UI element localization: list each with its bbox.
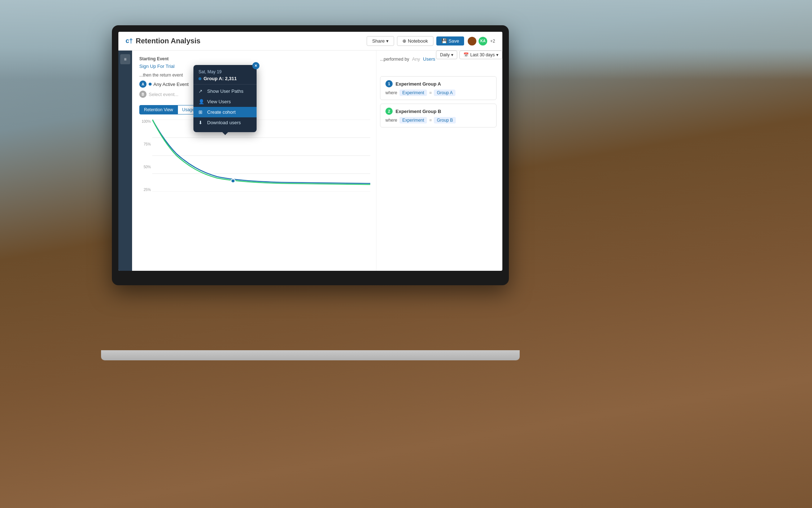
create-cohort-icon: ⊞	[198, 109, 204, 115]
interval-label: Daily	[440, 52, 450, 57]
date-range-label: Last 30 days	[470, 52, 495, 57]
tooltip-group-value: Group A: 2,311	[198, 76, 252, 81]
tooltip-popup: × Sat, May 19 Group A: 2,311 ↗ Show User…	[193, 65, 257, 132]
share-label: Share	[372, 38, 385, 44]
group-1-number: 1	[385, 80, 393, 87]
group-1-filter-value[interactable]: Group A	[434, 90, 455, 96]
avatar-count: +2	[490, 39, 495, 44]
save-label: Save	[449, 38, 459, 44]
y-label-75: 75%	[144, 142, 151, 146]
sidebar-icon[interactable]: ≡	[120, 54, 130, 64]
event-b-placeholder[interactable]: Select event...	[149, 92, 178, 97]
badge-b: B	[139, 91, 147, 98]
starting-event-label: Starting Event	[139, 56, 370, 61]
group-card-1: 1 Experiment Group A where Experiment = …	[380, 76, 497, 100]
avatar-2: KA	[478, 36, 488, 46]
y-label-25: 25%	[144, 188, 151, 192]
group-2-filter-value[interactable]: Group B	[434, 117, 456, 123]
close-icon: ×	[254, 63, 257, 68]
notebook-button[interactable]: ⊕ Notebook	[397, 36, 433, 46]
group-2-equals: =	[429, 118, 432, 123]
y-label-50: 50%	[144, 165, 151, 169]
share-button[interactable]: Share ▾	[367, 36, 394, 46]
group-1-name: Experiment Group A	[396, 81, 441, 87]
calendar-icon: 📅	[463, 52, 469, 57]
view-users-icon: 👤	[198, 99, 204, 104]
group-2-where-row: where Experiment = Group B	[385, 117, 491, 123]
group-1-header: 1 Experiment Group A	[385, 80, 491, 87]
tooltip-menu-create-cohort[interactable]: ⊞ Create cohort	[193, 107, 257, 117]
badge-a: A	[139, 81, 147, 88]
y-label-100: 100%	[141, 120, 151, 123]
date-range-controls: Daily ▾ 📅 Last 30 days ▾	[436, 51, 502, 59]
interval-button[interactable]: Daily ▾	[436, 51, 457, 59]
laptop-bezel: c† Retention Analysis Share ▾ ⊕ Notebook…	[112, 25, 509, 285]
tooltip-arrow	[222, 132, 228, 135]
performed-by-label: ...performed by	[380, 57, 409, 62]
chart-svg	[152, 120, 370, 192]
laptop: c† Retention Analysis Share ▾ ⊕ Notebook…	[112, 25, 617, 350]
app-logo: c†	[126, 37, 133, 45]
event-dot-icon	[149, 83, 152, 86]
y-axis: 100% 75% 50% 25%	[139, 120, 152, 192]
main-area: ≡ Starting Event Sign Up For Trial ...th…	[118, 51, 502, 271]
tooltip-menu-show-paths[interactable]: ↗ Show User Paths	[193, 86, 257, 96]
svg-point-5	[231, 179, 235, 183]
avatar-2-initials: KA	[480, 39, 485, 43]
group-1-equals: =	[429, 90, 432, 95]
group-2-filter-key[interactable]: Experiment	[400, 117, 427, 123]
show-user-paths-label: Show User Paths	[207, 88, 243, 94]
group-2-name: Experiment Group B	[396, 109, 441, 114]
event-a-label: Any Active Event	[153, 82, 189, 87]
save-icon: 💾	[441, 38, 447, 44]
tooltip-close-button[interactable]: ×	[252, 62, 259, 69]
share-chevron-icon: ▾	[386, 38, 389, 44]
sidebar-menu-icon: ≡	[124, 57, 126, 62]
laptop-base	[101, 350, 520, 360]
avatar-1	[467, 36, 477, 46]
right-content: ...performed by Any Users Daily ▾ 📅 Last…	[376, 51, 502, 271]
tooltip-menu-download[interactable]: ⬇ Download users	[193, 117, 257, 128]
page-title: Retention Analysis	[136, 37, 367, 45]
notebook-label: Notebook	[408, 38, 428, 44]
tooltip-menu-view-users[interactable]: 👤 View Users	[193, 96, 257, 107]
performed-option-any[interactable]: Any	[412, 56, 420, 62]
create-cohort-label: Create cohort	[207, 109, 236, 115]
tooltip-dot-icon	[198, 77, 201, 80]
tooltip-header: Sat, May 19 Group A: 2,311	[193, 69, 257, 84]
group-2-number: 2	[385, 108, 393, 115]
group-2-where-label: where	[385, 118, 397, 123]
group-2-header: 2 Experiment Group B	[385, 108, 491, 115]
tooltip-value: Group A: 2,311	[204, 76, 237, 81]
download-icon: ⬇	[198, 120, 204, 125]
save-button[interactable]: 💾 Save	[436, 36, 464, 45]
retention-view-button[interactable]: Retention View	[139, 105, 178, 114]
group-1-where-row: where Experiment = Group A	[385, 90, 491, 96]
performed-option-users[interactable]: Users	[423, 56, 435, 62]
laptop-screen: c† Retention Analysis Share ▾ ⊕ Notebook…	[118, 32, 502, 271]
interval-chevron-icon: ▾	[451, 52, 453, 57]
chart-inner	[152, 120, 370, 192]
retention-view-label: Retention View	[144, 107, 173, 112]
date-range-button[interactable]: 📅 Last 30 days ▾	[459, 51, 502, 59]
avatar-group: KA +2	[467, 36, 495, 46]
sidebar: ≡	[118, 51, 132, 271]
view-users-label: View Users	[207, 99, 231, 104]
tooltip-date: Sat, May 19	[198, 69, 252, 74]
left-content: Starting Event Sign Up For Trial ...then…	[132, 51, 376, 271]
user-paths-icon: ↗	[198, 88, 204, 94]
app-header: c† Retention Analysis Share ▾ ⊕ Notebook…	[118, 32, 502, 51]
group-1-where-label: where	[385, 90, 397, 95]
group-1-filter-key[interactable]: Experiment	[400, 90, 427, 96]
download-users-label: Download users	[207, 120, 241, 125]
group-card-2: 2 Experiment Group B where Experiment = …	[380, 104, 497, 127]
event-option-a[interactable]: Any Active Event	[149, 82, 189, 87]
date-range-chevron-icon: ▾	[496, 52, 498, 57]
header-actions: Share ▾ ⊕ Notebook 💾 Save KA	[367, 36, 495, 46]
notebook-plus-icon: ⊕	[402, 38, 406, 44]
